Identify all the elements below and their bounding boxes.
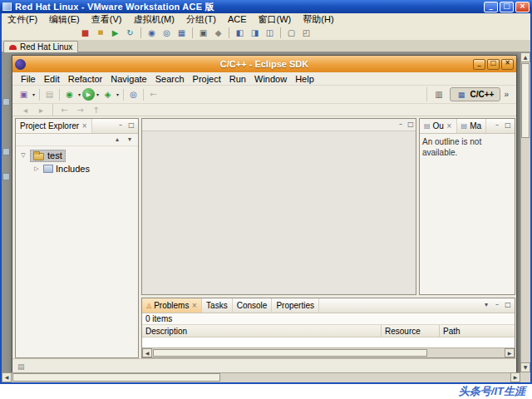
snapshot-manager-icon[interactable]: ▦ — [175, 26, 189, 39]
menu-item-run[interactable]: Run — [225, 74, 250, 84]
eclipse-maximize-button[interactable]: □ — [487, 59, 500, 70]
run-group[interactable]: ▶ ▾ — [82, 88, 101, 101]
menu-item-window[interactable]: 窗口(W) — [253, 13, 298, 25]
selected-tree-node[interactable]: test — [30, 150, 66, 162]
menu-item-project[interactable]: Project — [189, 74, 225, 84]
menu-item-edit[interactable]: 编辑(E) — [43, 13, 86, 25]
tab-make-targets[interactable]: ▤ Ma — [457, 119, 486, 133]
minimize-view-icon[interactable]: – — [492, 301, 502, 310]
close-icon[interactable]: × — [81, 122, 87, 130]
column-resource[interactable]: Resource — [382, 325, 440, 337]
close-icon[interactable]: × — [446, 122, 452, 130]
maximize-view-icon[interactable]: □ — [126, 121, 136, 131]
maximize-view-icon[interactable]: □ — [503, 121, 513, 131]
menu-item-navigate[interactable]: Navigate — [106, 74, 150, 84]
maximize-button[interactable]: □ — [500, 2, 514, 12]
tab-project-explorer[interactable]: Project Explorer × — [16, 119, 92, 133]
devices-view-icon[interactable]: ◫ — [263, 26, 277, 39]
status-icon[interactable]: ▤ — [17, 362, 25, 371]
save-icon[interactable]: ▤ — [42, 87, 57, 101]
toolbar-overflow-icon[interactable]: » — [504, 90, 509, 99]
external-tools-icon[interactable]: ◈ — [101, 87, 115, 101]
tab-outline[interactable]: ▤ Ou × — [420, 119, 457, 133]
new-wizard-group[interactable]: ▣ ▾ — [17, 87, 37, 101]
vm-tab-redhat-linux[interactable]: Red Hat Linux — [3, 41, 78, 52]
scroll-left-icon[interactable]: ◀ — [2, 372, 12, 382]
up-icon[interactable]: ↑ — [89, 103, 103, 117]
debug-group[interactable]: ◉ ▾ — [62, 87, 82, 101]
view-menu-icon[interactable]: ▾ — [481, 301, 491, 310]
forward-history-icon[interactable]: → — [73, 103, 87, 117]
column-description[interactable]: Description — [142, 325, 382, 337]
power-off-icon[interactable]: ■ — [78, 26, 92, 39]
minimize-button[interactable]: _ — [484, 2, 498, 12]
power-on-icon[interactable]: ▶ — [108, 26, 122, 39]
forward-icon[interactable]: ▸ — [34, 103, 48, 117]
search-icon[interactable]: ◎ — [126, 87, 140, 101]
desktop-icon[interactable] — [2, 98, 10, 106]
back-icon[interactable]: ◂ — [18, 103, 32, 117]
menu-item-file[interactable]: 文件(F) — [2, 13, 43, 25]
eclipse-minimize-button[interactable]: _ — [473, 59, 485, 70]
maximize-view-icon[interactable]: □ — [503, 301, 513, 310]
menu-item-file[interactable]: File — [17, 74, 40, 84]
vm-horizontal-scrollbar[interactable]: ◀ — [2, 372, 520, 382]
tab-problems[interactable]: ◬ Problems × — [142, 298, 202, 313]
tab-console[interactable]: Console — [233, 298, 273, 313]
tab-tasks[interactable]: Tasks — [202, 298, 233, 313]
view-menu-icon[interactable]: ▾ — [125, 135, 135, 145]
dropdown-icon[interactable]: ▾ — [31, 91, 37, 97]
problems-hscrollbar[interactable]: ◀ ▶ — [142, 347, 515, 357]
column-path[interactable]: Path — [440, 325, 515, 337]
run-icon[interactable]: ▶ — [82, 88, 95, 101]
menu-item-help[interactable]: Help — [291, 74, 318, 84]
eclipse-close-button[interactable]: × — [501, 59, 514, 70]
maximize-view-icon[interactable]: □ — [406, 121, 416, 130]
expander-icon[interactable]: ▽ — [19, 152, 27, 159]
dropdown-icon[interactable]: ▾ — [76, 91, 82, 97]
menu-item-window[interactable]: Window — [250, 74, 291, 84]
take-snapshot-icon[interactable]: ◉ — [145, 26, 159, 39]
scrollbar-thumb[interactable] — [12, 373, 220, 382]
menu-item-view[interactable]: 查看(V) — [86, 13, 128, 25]
scroll-right-icon[interactable]: ▶ — [505, 348, 515, 357]
quick-switch-icon[interactable]: ◰ — [299, 26, 313, 39]
tree-item-includes[interactable]: ▷ Includes — [16, 162, 138, 175]
fullscreen-icon[interactable]: ▢ — [284, 26, 298, 39]
clone-icon[interactable]: ◆ — [211, 26, 225, 39]
close-button[interactable]: × — [515, 2, 530, 12]
minimize-view-icon[interactable]: – — [492, 121, 502, 131]
menu-item-ace[interactable]: ACE — [222, 13, 253, 25]
scroll-left-icon[interactable]: ◀ — [142, 348, 152, 357]
menu-item-team[interactable]: 分组(T) — [180, 13, 222, 25]
minimize-view-icon[interactable]: – — [396, 121, 406, 130]
tree-item-test[interactable]: ▽ test — [16, 149, 138, 162]
dropdown-icon[interactable]: ▾ — [95, 91, 101, 97]
scrollbar-thumb[interactable] — [153, 349, 427, 357]
open-perspective-icon[interactable]: ▥ — [432, 87, 446, 101]
reset-icon[interactable]: ↻ — [123, 26, 137, 39]
minimize-view-icon[interactable]: – — [116, 121, 126, 131]
menu-item-refactor[interactable]: Refactor — [64, 74, 107, 84]
new-wizard-icon[interactable]: ▣ — [17, 87, 31, 101]
back-history-icon[interactable]: ← — [57, 103, 71, 117]
settings-icon[interactable]: ▣ — [196, 26, 210, 39]
menu-item-edit[interactable]: Edit — [40, 74, 64, 84]
tab-properties[interactable]: Properties — [272, 298, 319, 313]
last-edit-icon[interactable]: ← — [146, 87, 160, 101]
external-tools-group[interactable]: ◈ ▾ — [101, 87, 121, 101]
empty-editor-area[interactable] — [142, 131, 416, 294]
desktop-icon[interactable] — [2, 173, 10, 180]
problems-table-body[interactable] — [142, 337, 515, 347]
menu-item-vm[interactable]: 虚拟机(M) — [127, 13, 180, 25]
scroll-right-icon[interactable]: ▶ — [510, 372, 520, 382]
close-icon[interactable]: × — [191, 302, 197, 309]
summary-view-icon[interactable]: ◧ — [233, 26, 247, 39]
scroll-up-icon[interactable]: ▲ — [520, 52, 530, 62]
menu-item-help[interactable]: 帮助(H) — [297, 13, 339, 25]
perspective-button-cpp[interactable]: ▦ C/C++ — [450, 87, 501, 101]
scrollbar-thumb[interactable] — [521, 63, 530, 138]
vm-vertical-scrollbar[interactable]: ▲ — [520, 52, 530, 372]
console-view-icon[interactable]: ◨ — [248, 26, 262, 39]
suspend-icon[interactable]: ▮▮ — [93, 26, 107, 39]
